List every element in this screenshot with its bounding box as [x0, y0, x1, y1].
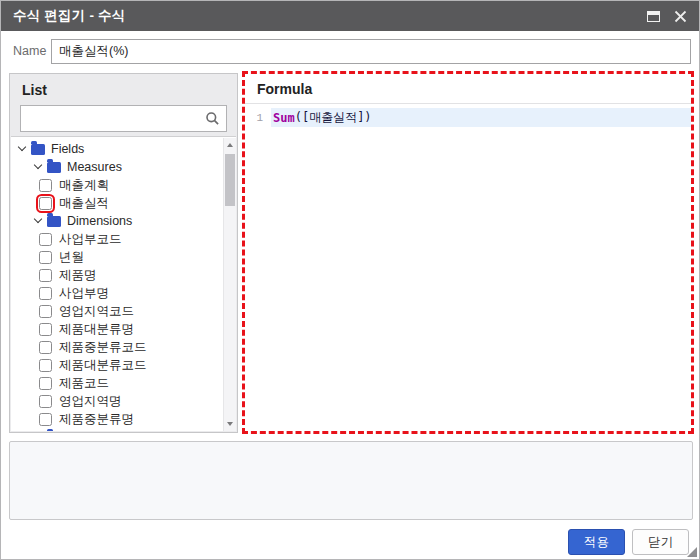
checkbox[interactable] — [39, 395, 52, 408]
chevron-down-icon[interactable] — [34, 161, 42, 169]
tree-item-label: 제품중분류코드 — [59, 339, 147, 356]
tree-folder-label: Fields — [51, 142, 84, 156]
tree-item-label: 영업지역코드 — [59, 303, 134, 320]
tree-folder-label: Dimensions — [67, 214, 132, 228]
tree-item-label: 영업지역명 — [59, 393, 122, 410]
tree-item-row[interactable]: 영업지역코드 — [11, 302, 222, 320]
search-input[interactable] — [21, 106, 205, 131]
folder-icon — [47, 162, 61, 173]
resize-grip[interactable] — [687, 547, 697, 557]
scroll-up-icon[interactable] — [224, 138, 236, 152]
tree-item-row[interactable]: 매출실적 — [11, 194, 222, 212]
checkbox[interactable] — [39, 233, 52, 246]
tree-item-label: 제품중분류명 — [59, 411, 134, 428]
field-tree: FieldsMeasures매출계획매출실적Dimensions사업부코드년월제… — [11, 136, 236, 431]
tree-item-label: 매출계획 — [59, 177, 109, 194]
tree-item-row[interactable]: 사업부코드 — [11, 230, 222, 248]
tree-item-label: 제품대분류명 — [59, 321, 134, 338]
tree-item-row[interactable]: 영업지역명 — [11, 392, 222, 410]
message-area — [9, 441, 693, 520]
line-number: 1 — [245, 112, 271, 124]
code-line[interactable]: 1 Sum([매출실적]) — [245, 108, 691, 127]
checkbox[interactable] — [39, 305, 52, 318]
tree-item-label: 매출실적 — [59, 195, 109, 212]
tree-item-row[interactable]: 제품대분류코드 — [11, 356, 222, 374]
folder-icon — [31, 144, 45, 155]
tree-folder-row[interactable]: Measures — [11, 158, 222, 176]
checkbox[interactable] — [39, 197, 52, 210]
tree-item-label: 년월 — [59, 249, 84, 266]
tree-item-row[interactable]: 제품중분류명 — [11, 410, 222, 428]
chevron-down-icon[interactable] — [34, 215, 42, 223]
formula-panel-title: Formula — [245, 74, 691, 104]
formula-editor-dialog: 수식 편집기 - 수식 Name List — [0, 0, 700, 560]
search-icon[interactable] — [205, 111, 226, 126]
tree-item-label: 제품대분류코드 — [59, 357, 147, 374]
tree-item-label: 사업부코드 — [59, 231, 122, 248]
checkbox[interactable] — [39, 341, 52, 354]
tree-item-label: 사업부명 — [59, 285, 109, 302]
restore-icon[interactable] — [647, 11, 660, 22]
checkbox[interactable] — [39, 179, 52, 192]
tree-item-row[interactable]: 매출계획 — [11, 176, 222, 194]
close-button[interactable]: 닫기 — [632, 529, 689, 555]
list-panel: List FieldsMeasures매출계획매출실적Dimensions사업부… — [9, 73, 238, 433]
tree-item-row[interactable]: 제품명 — [11, 266, 222, 284]
checkbox[interactable] — [39, 287, 52, 300]
list-panel-title: List — [10, 74, 237, 105]
name-input[interactable] — [51, 39, 691, 64]
code-line-content[interactable]: Sum([매출실적]) — [271, 108, 691, 127]
apply-button[interactable]: 적용 — [568, 529, 625, 555]
name-label: Name — [13, 44, 46, 58]
tree-folder-label: Measures — [67, 160, 122, 174]
checkbox[interactable] — [39, 359, 52, 372]
folder-icon — [47, 216, 61, 227]
tree-folder-row[interactable]: Fields — [11, 140, 222, 158]
tree-folder-label: Calculated fields — [67, 430, 159, 431]
search-box — [20, 105, 227, 132]
dialog-title: 수식 편집기 - 수식 — [13, 7, 125, 25]
scrollbar-thumb[interactable] — [225, 154, 235, 206]
tree-item-row[interactable]: 제품코드 — [11, 374, 222, 392]
close-icon[interactable] — [674, 10, 687, 23]
checkbox[interactable] — [39, 413, 52, 426]
scrollbar[interactable] — [223, 138, 236, 431]
formula-panel: Formula 1 Sum([매출실적]) — [242, 71, 694, 434]
tree-folder-row[interactable]: Calculated fields — [11, 428, 222, 431]
tree-item-label: 제품코드 — [59, 375, 109, 392]
checkbox[interactable] — [39, 377, 52, 390]
scroll-down-icon[interactable] — [224, 417, 236, 431]
footer-button-row: 적용 닫기 — [568, 529, 689, 555]
tree-item-row[interactable]: 년월 — [11, 248, 222, 266]
checkbox[interactable] — [39, 323, 52, 336]
code-text: ([매출실적]) — [295, 109, 372, 126]
tree-folder-row[interactable]: Dimensions — [11, 212, 222, 230]
titlebar[interactable]: 수식 편집기 - 수식 — [1, 1, 699, 31]
chevron-down-icon[interactable] — [18, 143, 26, 151]
tree-item-row[interactable]: 제품대분류명 — [11, 320, 222, 338]
tree-item-label: 제품명 — [59, 267, 97, 284]
checkbox[interactable] — [39, 251, 52, 264]
checkbox[interactable] — [39, 269, 52, 282]
tree-item-row[interactable]: 사업부명 — [11, 284, 222, 302]
formula-code-editor[interactable]: 1 Sum([매출실적]) — [245, 104, 691, 127]
code-keyword: Sum — [273, 111, 295, 125]
tree-item-row[interactable]: 제품중분류코드 — [11, 338, 222, 356]
